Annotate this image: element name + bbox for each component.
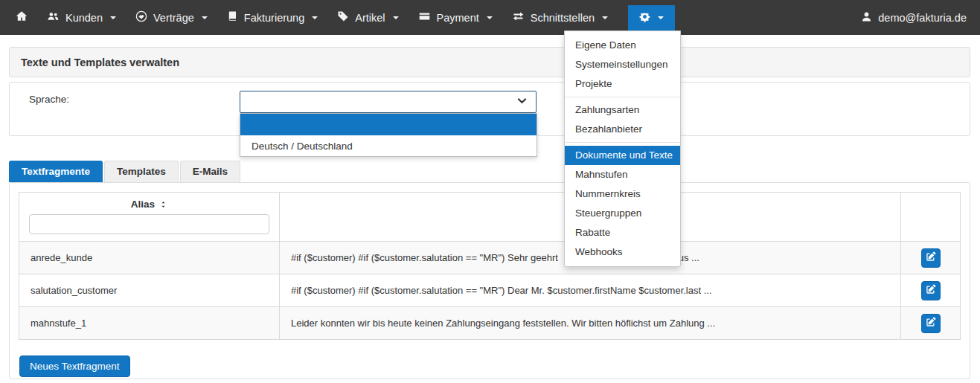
menu-item-rabatte[interactable]: Rabatte <box>565 223 680 242</box>
edit-icon <box>926 317 936 329</box>
edit-icon <box>926 284 936 297</box>
menu-item-systemeinstellungen[interactable]: Systemeinstellungen <box>565 55 680 74</box>
menu-item-projekte[interactable]: Projekte <box>565 74 680 94</box>
menu-item-webhooks[interactable]: Webhooks <box>565 242 680 262</box>
edit-button[interactable] <box>921 281 941 300</box>
language-select[interactable] <box>240 91 537 113</box>
menu-item-eigene-daten[interactable]: Eigene Daten <box>565 36 680 55</box>
alias-cell: anrede_kunde <box>19 242 280 274</box>
tag-icon <box>337 10 349 25</box>
nav-vertraege[interactable]: Verträge <box>126 0 217 35</box>
chevron-down-icon <box>487 16 493 19</box>
menu-divider <box>565 97 680 97</box>
preview-cell: Leider konnten wir bis heute keinen Zahl… <box>280 307 901 340</box>
action-cell <box>901 242 961 274</box>
action-column-header-cell <box>901 193 961 242</box>
preview-cell: #if ($customer) #if ($customer.salutatio… <box>280 274 901 307</box>
alias-cell: mahnstufe_1 <box>19 307 280 340</box>
top-navbar: Kunden Verträge Fakturierung Artikel Pay… <box>0 0 980 35</box>
menu-item-bezahlanbieter[interactable]: Bezahlanbieter <box>565 120 680 139</box>
language-option-blank[interactable] <box>240 114 537 135</box>
language-option-deutsch[interactable]: Deutsch / Deutschland <box>240 135 537 156</box>
nav-schnittstellen-label: Schnittstellen <box>531 12 595 24</box>
language-select-options: Deutsch / Deutschland <box>240 113 537 157</box>
alias-cell: salutation_customer <box>19 274 280 307</box>
gear-icon <box>639 11 650 25</box>
tab-templates[interactable]: Templates <box>104 161 179 182</box>
tab-emails[interactable]: E-Mails <box>180 161 240 182</box>
page-title: Texte und Templates verwalten <box>21 57 179 68</box>
nav-vertraege-label: Verträge <box>153 12 194 24</box>
table-row: mahnstufe_1 Leider konnten wir bis heute… <box>19 307 961 340</box>
nav-artikel-label: Artikel <box>355 12 385 24</box>
fragments-panel: Alias anrede_kunde #if ($customer) #if (… <box>9 182 970 379</box>
chevron-down-icon <box>110 16 116 19</box>
nav-payment[interactable]: Payment <box>409 0 502 35</box>
nav-user-menu[interactable]: demo@fakturia.de <box>851 0 980 35</box>
alias-sort-header[interactable]: Alias <box>29 197 269 212</box>
language-label: Sprache: <box>29 94 69 105</box>
home-icon <box>16 10 28 25</box>
alias-column-label: Alias <box>131 199 155 210</box>
chevron-down-icon <box>202 16 208 19</box>
user-icon <box>861 11 872 25</box>
nav-user-label: demo@fakturia.de <box>878 12 967 24</box>
menu-divider <box>565 142 680 143</box>
nav-kunden-label: Kunden <box>65 12 103 24</box>
nav-settings[interactable] <box>628 5 675 30</box>
menu-item-nummernkreis[interactable]: Nummernkreis <box>565 184 680 204</box>
chevron-down-icon <box>393 16 399 19</box>
preview-text-start: #if ($customer) #if ($customer.salutatio… <box>291 252 558 263</box>
chevron-down-icon <box>312 16 318 19</box>
nav-artikel[interactable]: Artikel <box>327 0 408 35</box>
alias-filter-input[interactable] <box>29 214 269 234</box>
edit-icon <box>926 251 936 264</box>
nav-fakturierung-label: Fakturierung <box>244 12 304 24</box>
fragments-table: Alias anrede_kunde #if ($customer) #if (… <box>19 192 961 340</box>
action-cell <box>901 274 961 307</box>
menu-item-dokumente-und-texte[interactable]: Dokumente und Texte <box>565 146 680 165</box>
nav-kunden[interactable]: Kunden <box>37 0 126 35</box>
page-heading-panel: Texte und Templates verwalten <box>9 47 970 77</box>
tab-bar: Textfragmente Templates E-Mails <box>9 161 242 182</box>
alias-column-header-cell: Alias <box>19 193 280 242</box>
settings-dropdown-menu: Eigene Daten Systemeinstellungen Projekt… <box>564 30 681 267</box>
nav-fakturierung[interactable]: Fakturierung <box>217 0 327 35</box>
users-icon <box>47 10 60 25</box>
menu-item-zahlungsarten[interactable]: Zahlungsarten <box>565 100 680 120</box>
tab-textfragmente[interactable]: Textfragmente <box>9 161 103 182</box>
edit-button[interactable] <box>921 248 941 268</box>
menu-item-mahnstufen[interactable]: Mahnstufen <box>565 165 680 184</box>
table-row: salutation_customer #if ($customer) #if … <box>19 274 961 307</box>
table-row: anrede_kunde #if ($customer) #if ($custo… <box>19 242 961 274</box>
action-cell <box>901 307 961 340</box>
chevron-down-icon <box>516 95 528 109</box>
chevron-down-icon <box>658 16 664 19</box>
credit-card-icon <box>418 10 431 25</box>
edit-button[interactable] <box>921 314 941 333</box>
nav-schnittstellen[interactable]: Schnittstellen <box>502 0 618 35</box>
nav-home[interactable] <box>6 0 37 35</box>
menu-item-steuergruppen[interactable]: Steuergruppen <box>565 204 680 223</box>
exchange-icon <box>512 10 525 25</box>
nav-payment-label: Payment <box>437 12 479 24</box>
handshake-icon <box>135 10 147 25</box>
chevron-down-icon <box>602 16 608 19</box>
new-textfragment-button[interactable]: Neues Textfragment <box>19 355 130 377</box>
book-icon <box>227 10 238 25</box>
sort-icon <box>159 199 167 210</box>
